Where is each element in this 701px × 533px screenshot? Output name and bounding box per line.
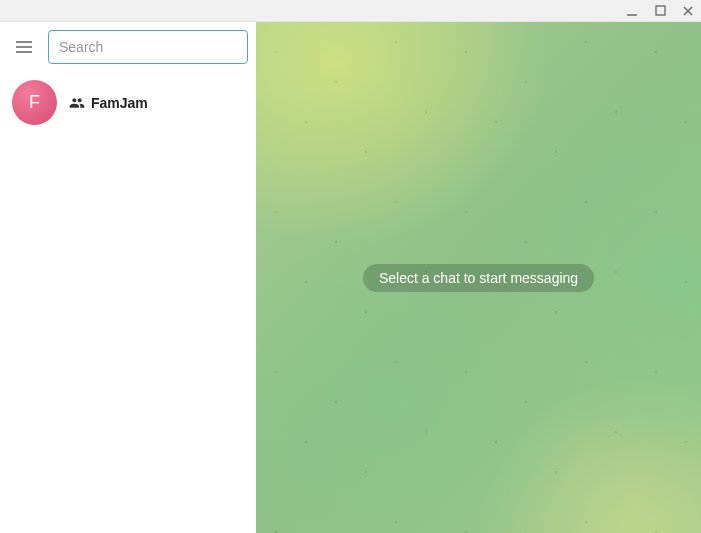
chat-list-item[interactable]: F FamJam [0, 72, 256, 133]
svg-rect-1 [656, 6, 665, 15]
chat-list: F FamJam [0, 72, 256, 533]
search-input[interactable] [48, 30, 248, 64]
sidebar-header [0, 22, 256, 72]
chat-name: FamJam [91, 95, 148, 111]
window-titlebar [0, 0, 701, 22]
minimize-icon [626, 5, 638, 17]
chat-info: FamJam [69, 95, 148, 111]
maximize-button[interactable] [653, 4, 667, 18]
avatar: F [12, 80, 57, 125]
empty-state-message: Select a chat to start messaging [363, 264, 594, 292]
minimize-button[interactable] [625, 4, 639, 18]
app-container: F FamJam Select a chat to start messagin… [0, 22, 701, 533]
chat-area: Select a chat to start messaging [256, 22, 701, 533]
sidebar: F FamJam [0, 22, 256, 533]
maximize-icon [655, 5, 666, 16]
close-button[interactable] [681, 4, 695, 18]
close-icon [682, 5, 694, 17]
group-icon [69, 95, 85, 111]
hamburger-icon [14, 37, 34, 57]
menu-button[interactable] [10, 33, 38, 61]
